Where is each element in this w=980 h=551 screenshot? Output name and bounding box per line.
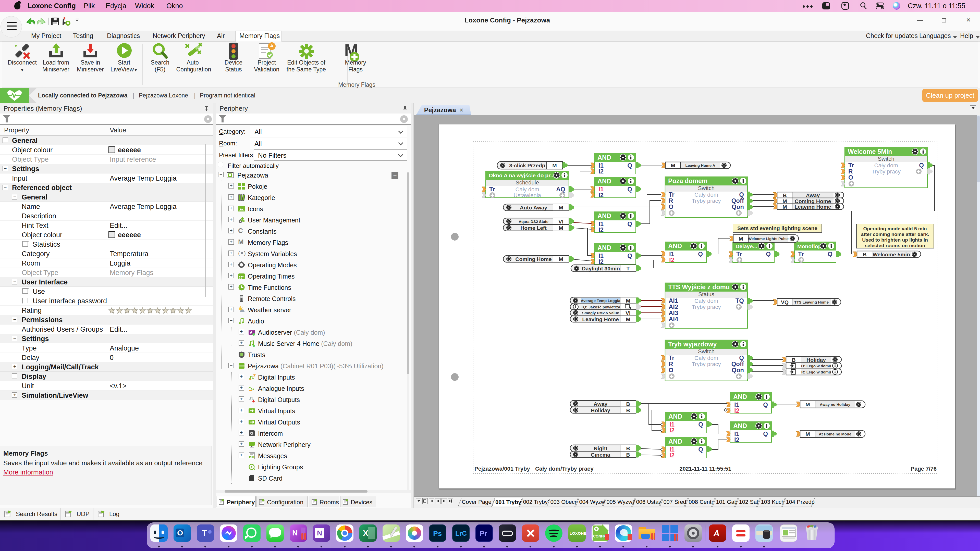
svg-text:I2: I2 — [670, 427, 675, 433]
svg-text:Away: Away — [593, 401, 608, 407]
svg-text:M: M — [552, 162, 557, 168]
svg-text:Leaving Home: Leaving Home — [582, 316, 619, 322]
svg-text:Q: Q — [698, 251, 703, 257]
svg-text:AI4: AI4 — [669, 316, 678, 322]
svg-text:T: T — [627, 265, 630, 272]
svg-text:At Home no Mode: At Home no Mode — [819, 432, 851, 436]
svg-text:M: M — [626, 316, 630, 322]
svg-text:B: B — [626, 401, 630, 407]
svg-text:VI: VI — [558, 219, 563, 224]
svg-text:B: B — [626, 445, 630, 451]
svg-text:AI2: AI2 — [669, 303, 678, 310]
svg-text:B: B — [792, 357, 795, 363]
svg-text:O: O — [848, 174, 853, 181]
svg-text:VQ: VQ — [781, 299, 789, 305]
svg-text:Status: Status — [698, 291, 714, 297]
svg-text:B: B — [626, 407, 630, 413]
svg-text:TQ: TQ — [735, 297, 744, 304]
svg-text:TQ: Jakość powietrza: TQ: Jakość powietrza — [581, 305, 620, 309]
svg-text:Holiday: Holiday — [807, 357, 826, 363]
svg-text:Home Left: Home Left — [520, 225, 547, 231]
svg-text:Tr: Tr — [669, 354, 675, 361]
svg-text:Q: Q — [739, 191, 744, 198]
svg-text:M: M — [805, 402, 810, 407]
svg-text:I2: I2 — [598, 226, 604, 233]
svg-text:selected rooms on motion: selected rooms on motion — [865, 243, 925, 248]
svg-text:Cinema: Cinema — [591, 452, 610, 457]
svg-text:M: M — [626, 298, 630, 303]
svg-text:Away no Holiday: Away no Holiday — [820, 402, 850, 407]
svg-text:Cały dom: Cały dom — [694, 298, 718, 304]
svg-text:Q: Q — [828, 251, 832, 257]
svg-text:AQ: AQ — [556, 186, 565, 192]
svg-text:R: R — [848, 168, 853, 175]
svg-text:M: M — [558, 205, 563, 210]
svg-text:Tryby pracy: Tryby pracy — [692, 361, 721, 367]
svg-text:Welcome 5Min: Welcome 5Min — [848, 148, 892, 155]
svg-text:Tr: Tr — [489, 186, 495, 192]
svg-text:Q: Q — [919, 162, 924, 168]
svg-text:Auto Away: Auto Away — [520, 205, 547, 210]
svg-text:Leaving Home A: Leaving Home A — [686, 163, 715, 168]
svg-text:Aqara DS2 State: Aqara DS2 State — [519, 219, 549, 224]
svg-text:M: M — [558, 256, 563, 262]
svg-text:M: M — [671, 162, 675, 168]
svg-text:AI1: AI1 — [669, 297, 678, 304]
svg-text:Switch: Switch — [698, 348, 714, 354]
svg-text:Sets std evening lighting scen: Sets std evening lighting scene — [737, 225, 818, 231]
svg-text:Q: Q — [698, 421, 703, 428]
svg-text:R: R — [669, 360, 673, 367]
svg-text:TTS Wyjście z domu: TTS Wyjście z domu — [668, 283, 730, 291]
svg-text:Daylight 30min: Daylight 30min — [582, 265, 620, 272]
svg-text:Cały dom: Cały dom — [694, 192, 718, 198]
svg-text:I2: I2 — [598, 168, 604, 175]
svg-text:Delaye...: Delaye... — [735, 243, 757, 249]
svg-text:TTS Leaving Home: TTS Leaving Home — [794, 300, 829, 304]
svg-text:I2: I2 — [734, 436, 739, 443]
svg-text:M: M — [805, 431, 810, 437]
svg-text:Q: Q — [627, 162, 632, 169]
svg-text:Switch: Switch — [878, 156, 894, 162]
svg-text:R: R — [669, 197, 673, 204]
svg-text:O: O — [669, 203, 673, 210]
svg-text:2021-11-11 11:55:51: 2021-11-11 11:55:51 — [679, 465, 731, 472]
svg-text:Schedule: Schedule — [515, 179, 539, 186]
svg-text:I2: I2 — [669, 256, 674, 263]
svg-text:Tr: Tr — [736, 251, 742, 257]
svg-text:Cały dom: Cały dom — [515, 186, 539, 192]
svg-text:Welcome 5min: Welcome 5min — [873, 251, 910, 257]
svg-text:B: B — [783, 192, 787, 198]
svg-text:M: M — [738, 236, 743, 241]
svg-text:Q: Q — [766, 251, 771, 257]
svg-text:I2: I2 — [598, 192, 604, 198]
svg-text:Q: Q — [763, 401, 768, 408]
svg-text:Qoff: Qoff — [732, 360, 744, 367]
svg-text:after coming home after dark.: after coming home after dark. — [861, 232, 929, 237]
svg-text:Coming Home: Coming Home — [515, 256, 552, 262]
svg-text:Coming Home: Coming Home — [795, 198, 831, 204]
svg-text:Q: Q — [763, 430, 768, 437]
svg-text:AI3: AI3 — [669, 310, 678, 316]
svg-text:Tryby pracy: Tryby pracy — [872, 168, 900, 175]
svg-text:M: M — [783, 198, 787, 204]
svg-text:R: Lego w domu: R: Lego w domu — [801, 370, 831, 374]
svg-text:Holiday: Holiday — [591, 407, 610, 413]
svg-text:Q: Q — [627, 221, 632, 227]
svg-text:Night: Night — [593, 445, 608, 451]
svg-text:Pejzazowa/001 Tryby: Pejzazowa/001 Tryby — [474, 465, 530, 472]
svg-text:Q: Q — [698, 446, 703, 453]
svg-text:Leaving Home: Leaving Home — [794, 204, 831, 210]
svg-text:Q: Q — [739, 354, 744, 361]
svg-text:Page 7/76: Page 7/76 — [911, 465, 937, 472]
svg-text:M: M — [783, 204, 787, 210]
svg-text:Cały dom: Cały dom — [874, 162, 898, 168]
svg-text:Tr: Tr — [848, 162, 854, 168]
svg-text:Okno A na wyjście do pr...: Okno A na wyjście do pr... — [489, 172, 555, 178]
svg-text:M: M — [558, 225, 563, 231]
svg-text:Welcome Lights Pulse: Welcome Lights Pulse — [748, 237, 789, 241]
svg-text:Qon: Qon — [732, 203, 744, 210]
svg-text:VI: VI — [625, 310, 631, 316]
svg-text:O: Lego w domu: O: Lego w domu — [801, 364, 831, 368]
svg-text:Used to brighten up lights in: Used to brighten up lights in — [862, 237, 928, 243]
svg-text:Tr: Tr — [798, 251, 804, 257]
